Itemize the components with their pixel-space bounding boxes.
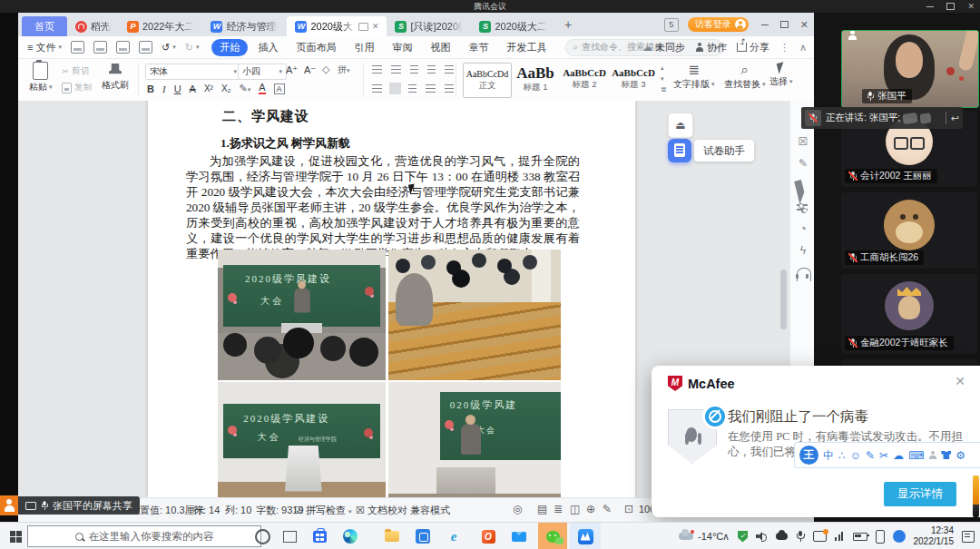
ribbon-tab-insert[interactable]: 插入 (250, 39, 286, 56)
action-center-icon[interactable] (962, 531, 975, 543)
ime-settings-icon[interactable]: ⚙ (956, 450, 965, 461)
web-view-icon[interactable]: ⊕ (586, 503, 595, 515)
wechat-button[interactable] (538, 523, 567, 549)
print-icon[interactable] (116, 41, 130, 54)
copy-button[interactable]: 复制 (62, 82, 92, 93)
tab-docer[interactable]: 稻壳 (67, 16, 119, 36)
ribbon-tab-view[interactable]: 视图 (422, 39, 458, 56)
spell-check-toggle[interactable]: ☑ 拼写检查 ▾ (294, 504, 352, 517)
tab-presentation[interactable]: P2022年大二 (119, 16, 202, 36)
cloud-sync-tray-icon[interactable] (776, 533, 788, 540)
page-view-icon[interactable]: ▤ (537, 503, 547, 515)
collaborate-button[interactable]: 协作 (695, 41, 727, 54)
format-painter-button[interactable]: 格式刷 (102, 62, 129, 92)
show-details-button[interactable]: 显示详情 (884, 482, 956, 506)
read-mode-icon[interactable]: ◫ (570, 503, 580, 515)
battery-icon[interactable] (853, 533, 867, 541)
microphone-tray-icon[interactable] (796, 531, 805, 542)
ribbon-tab-page-layout[interactable]: 页面布局 (288, 39, 344, 56)
account-icon[interactable] (928, 451, 936, 459)
shrink-font-button[interactable]: A⁻ (304, 64, 316, 76)
proofread-button[interactable]: ☒ 文档校对 (356, 504, 407, 517)
task-view-button[interactable] (278, 523, 301, 549)
annotate-icon[interactable]: ✎ (603, 503, 612, 515)
font-size-select[interactable]: 小四▾ (238, 64, 287, 80)
collapse-ribbon-icon[interactable]: ∧ (799, 42, 807, 54)
ribbon-tab-developer[interactable]: 开发工具 (498, 39, 554, 56)
exam-assistant-icon[interactable] (668, 139, 691, 162)
screen-record-tray-icon[interactable] (813, 531, 827, 542)
ribbon-tab-review[interactable]: 审阅 (384, 39, 420, 56)
history-tool-icon[interactable]: ◔ (797, 222, 809, 235)
ime-skin-icon[interactable]: 王 (799, 446, 818, 465)
grow-font-button[interactable]: A⁺ (286, 64, 298, 76)
more-menu-icon[interactable]: ⋮ (779, 42, 789, 54)
participant-tile-yujingwang[interactable]: 金融2002于靖旺家长 (841, 274, 977, 354)
export-icon[interactable] (93, 41, 107, 54)
save-icon[interactable] (71, 41, 84, 54)
start-button[interactable] (4, 523, 27, 549)
justify-icon[interactable] (426, 84, 436, 93)
quick-tool-icon[interactable]: ϟ (797, 244, 809, 257)
tencent-meeting-button[interactable] (570, 523, 601, 549)
align-right-icon[interactable] (408, 84, 416, 93)
antivirus-tray-icon[interactable]: ✓ (738, 531, 748, 543)
participant-tile-huchangchuang[interactable]: 工商胡长闯26 (841, 192, 977, 269)
network-signal-icon[interactable] (835, 528, 845, 544)
tab-home[interactable]: 首页 (22, 16, 67, 36)
ribbon-tab-section[interactable]: 章节 (460, 39, 496, 56)
ime-lang-icon[interactable]: 中 (823, 450, 834, 461)
ime-tray-icon[interactable] (893, 530, 906, 543)
superscript-button[interactable]: X² (204, 83, 213, 93)
fit-page-icon[interactable]: ⊡ (624, 503, 633, 515)
file-explorer-button[interactable] (379, 523, 405, 549)
adjust-tool-icon[interactable] (797, 202, 809, 215)
clear-format-icon[interactable]: ◇ (322, 64, 329, 75)
wps-close-icon[interactable]: ✕ (800, 20, 808, 30)
wps-minimize-icon[interactable] (761, 25, 769, 25)
tab-sheet[interactable]: S2020级大二 (471, 16, 554, 36)
ime-punct-icon[interactable]: ∴ (838, 450, 846, 461)
participant-video-zhangguoping[interactable]: 张国平 (841, 30, 979, 108)
distribute-icon[interactable] (445, 84, 454, 93)
find-replace-button[interactable]: ⌕ 查找替换▾ (724, 63, 766, 91)
file-menu[interactable]: ≡文件▾ (27, 41, 62, 54)
handwrite-icon[interactable]: ✎ (866, 450, 875, 461)
popup-close-icon[interactable]: ✕ (955, 374, 965, 388)
char-border-button[interactable]: A (274, 83, 285, 94)
styles-scroll-down-icon[interactable]: ▾ (661, 75, 664, 83)
remote-app-button[interactable] (410, 523, 436, 549)
store-button[interactable] (307, 523, 332, 549)
tab-writer-doc[interactable]: W经济与管理学 (202, 16, 287, 36)
tab-active-doc[interactable]: W2020级大二✕ (287, 16, 387, 36)
eye-protect-icon[interactable]: ◎ (513, 503, 522, 515)
ribbon-tab-references[interactable]: 引用 (346, 39, 382, 56)
sync-status[interactable]: ☁未同步 (642, 41, 685, 54)
restore-icon[interactable] (946, 3, 955, 10)
style-normal[interactable]: AaBbCcDd 正文 (463, 63, 512, 98)
pen-tool-icon[interactable]: ✎ (797, 157, 809, 170)
tab-sheet-readonly[interactable]: S[只读]2020级 (387, 16, 471, 36)
text-direction-icon[interactable] (445, 65, 454, 74)
new-tab-button[interactable]: + (555, 17, 581, 32)
style-heading2[interactable]: AaBbCcD 标题 2 (561, 63, 608, 96)
italic-button[interactable]: I (162, 83, 166, 94)
support-tool-icon[interactable] (797, 268, 811, 281)
skin-shop-icon[interactable] (941, 451, 951, 459)
exam-assistant-label[interactable]: 试卷助手 (694, 140, 754, 162)
vertical-scrollbar-thumb[interactable] (780, 270, 787, 329)
strikethrough-button[interactable]: A (190, 83, 196, 94)
text-layout-button[interactable]: ≣ 文字排版▾ (673, 63, 715, 91)
clock[interactable]: 12:34 2022/1/15 (914, 525, 955, 547)
soft-keyboard-icon[interactable]: ⌨ (908, 450, 924, 461)
edge-button[interactable] (338, 523, 363, 549)
outline-view-icon[interactable]: ≣ (554, 503, 563, 515)
font-color-button[interactable]: A (259, 83, 265, 94)
weather-widget[interactable]: -14°C (679, 523, 723, 549)
styles-gallery-icon[interactable]: ≣ (661, 85, 667, 93)
bullet-list-icon[interactable] (372, 65, 382, 74)
select-tool-icon[interactable] (794, 177, 814, 205)
tab-close-icon[interactable]: ✕ (372, 22, 379, 31)
highlight-button[interactable]: ✎▾ (239, 83, 250, 94)
phonetic-guide-icon[interactable]: 拼▾ (338, 64, 350, 76)
